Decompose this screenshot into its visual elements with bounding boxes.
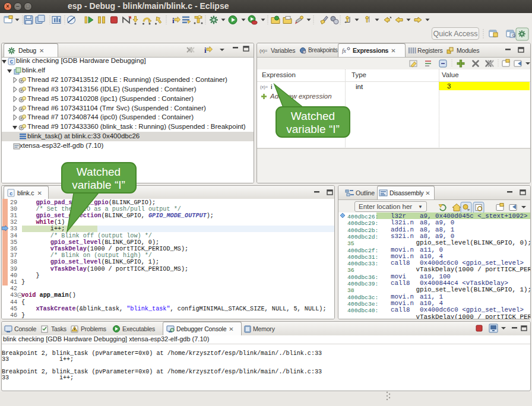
- svg-text:G: G: [512, 33, 515, 37]
- svg-text:(x)=: (x)=: [260, 84, 268, 90]
- svg-text:Watched: Watched: [77, 166, 121, 178]
- svg-text:i: i: [172, 16, 175, 25]
- svg-text:fx: fx: [342, 47, 347, 54]
- svg-text:c: c: [10, 191, 12, 197]
- svg-text:Watched: Watched: [291, 110, 335, 122]
- svg-text:C: C: [10, 59, 14, 65]
- svg-text:(x)=: (x)=: [259, 48, 268, 53]
- svg-text:variable “I”: variable “I”: [286, 123, 340, 135]
- svg-text:variable “I”: variable “I”: [72, 179, 125, 191]
- svg-text:i: i: [204, 46, 207, 55]
